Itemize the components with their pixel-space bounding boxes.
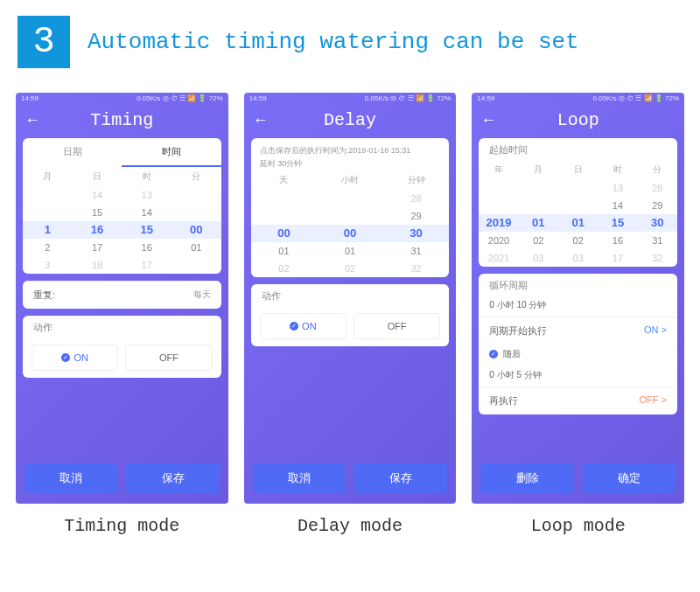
then-row[interactable]: ✓随后 bbox=[479, 345, 677, 366]
cancel-button[interactable]: 取消 bbox=[253, 463, 346, 493]
status-bar: 14:590.05K/s ◎ ⏱ ☰ 📶 🔋 72% bbox=[16, 93, 228, 105]
off-button[interactable]: OFF bbox=[354, 313, 440, 339]
screen-timing: 14:590.05K/s ◎ ⏱ ☰ 📶 🔋 72% ← Timing 日期 时… bbox=[16, 93, 228, 504]
screen-title: Timing bbox=[90, 110, 153, 130]
picker-wheel[interactable]: 月 1 2 3 日 14 15 16 17 18 时 13 bbox=[23, 167, 221, 274]
caption-timing: Timing mode bbox=[16, 516, 228, 536]
check-icon: ✓ bbox=[61, 353, 70, 362]
status-bar: 14:590.05K/s ◎ ⏱ ☰ 📶 🔋 72% bbox=[244, 93, 457, 105]
tab-time[interactable]: 时间 bbox=[122, 138, 220, 167]
start-exec-row[interactable]: 周期开始执行ON > bbox=[479, 317, 677, 345]
save-button[interactable]: 保存 bbox=[126, 463, 219, 493]
tab-date[interactable]: 日期 bbox=[23, 138, 122, 167]
status-bar: 14:590.05K/s ◎ ⏱ ☰ 📶 🔋 72% bbox=[472, 93, 684, 105]
feature-number-badge: 3 bbox=[18, 16, 70, 68]
picker-wheel[interactable]: 天 00 01 02 小时 00 01 02 分钟 28 bbox=[251, 171, 450, 277]
back-icon[interactable]: ← bbox=[480, 111, 496, 129]
action-label: 动作 bbox=[251, 284, 450, 306]
hint-text: 延时 30分钟 bbox=[251, 158, 450, 171]
page-title: Automatic timing watering can be set bbox=[88, 29, 579, 55]
action-label: 动作 bbox=[23, 316, 221, 338]
check-icon: ✓ bbox=[489, 350, 498, 359]
repeat-row[interactable]: 重复: 每天 bbox=[23, 281, 221, 309]
screen-delay: 14:590.05K/s ◎ ⏱ ☰ 📶 🔋 72% ← Delay 点击保存后… bbox=[244, 93, 457, 504]
on-button[interactable]: ✓ON bbox=[260, 313, 346, 339]
then-value: 0 小时 5 分钟 bbox=[479, 366, 677, 387]
picker-wheel[interactable]: 年 2019 2020 2021 月 01 02 03 日 bbox=[479, 160, 677, 267]
off-button[interactable]: OFF bbox=[125, 345, 212, 371]
save-button[interactable]: 保存 bbox=[354, 463, 447, 493]
start-time-label: 起始时间 bbox=[479, 138, 677, 160]
caption-delay: Delay mode bbox=[244, 516, 457, 536]
cancel-button[interactable]: 取消 bbox=[24, 463, 117, 493]
back-icon[interactable]: ← bbox=[24, 111, 40, 129]
screen-title: Delay bbox=[324, 110, 376, 130]
back-icon[interactable]: ← bbox=[253, 111, 269, 129]
ok-button[interactable]: 确定 bbox=[583, 463, 676, 493]
on-button[interactable]: ✓ON bbox=[32, 345, 118, 371]
check-icon: ✓ bbox=[290, 322, 298, 331]
reexec-row[interactable]: 再执行OFF > bbox=[479, 387, 677, 414]
delete-button[interactable]: 删除 bbox=[480, 463, 573, 493]
cycle-label: 循环周期 bbox=[479, 274, 677, 296]
hint-text: 点击保存后的执行时间为:2019-01-16 15:31 bbox=[251, 138, 450, 158]
cycle-value[interactable]: 0 小时 10 分钟 bbox=[479, 296, 677, 317]
screen-title: Loop bbox=[557, 110, 599, 130]
screen-loop: 14:590.05K/s ◎ ⏱ ☰ 📶 🔋 72% ← Loop 起始时间 年… bbox=[472, 93, 684, 504]
caption-loop: Loop mode bbox=[472, 516, 684, 536]
